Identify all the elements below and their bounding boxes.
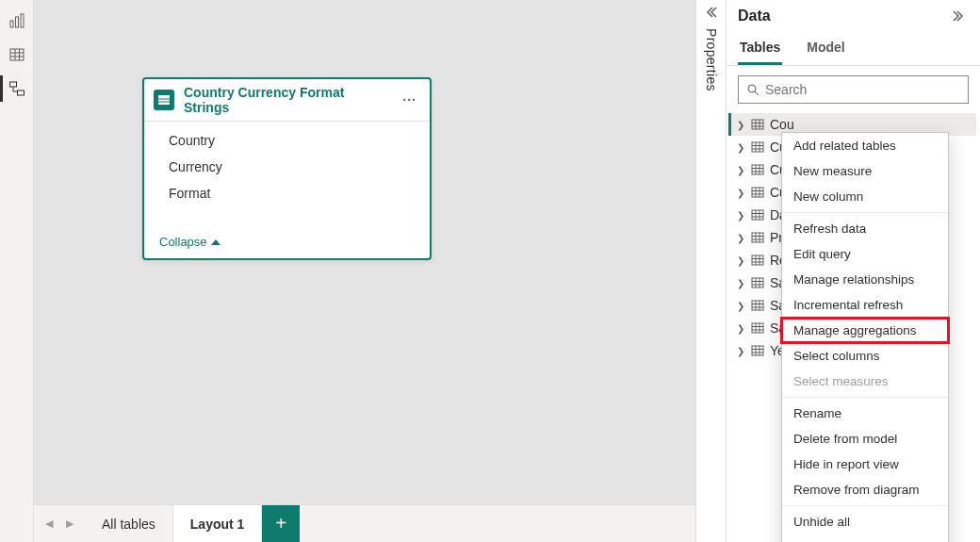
chevron-right-icon[interactable]: ❯ — [736, 278, 745, 288]
svg-rect-31 — [752, 188, 763, 197]
collapse-label: Collapse — [159, 235, 207, 249]
report-view-button[interactable] — [0, 4, 34, 38]
context-menu-item[interactable]: Delete from model — [782, 426, 948, 452]
chevron-right-icon[interactable]: ❯ — [736, 323, 745, 334]
context-menu-item[interactable]: Edit query — [782, 241, 948, 267]
table-card-more-button[interactable]: ··· — [399, 92, 420, 107]
table-icon — [751, 276, 764, 289]
table-icon — [751, 254, 764, 267]
context-menu-item[interactable]: Collapse all — [782, 534, 948, 542]
table-icon — [751, 140, 764, 154]
svg-rect-1 — [15, 17, 18, 27]
table-field[interactable]: Currency — [144, 154, 430, 180]
svg-rect-2 — [21, 14, 24, 27]
context-menu-item[interactable]: Manage aggregations — [782, 318, 948, 343]
context-menu-item[interactable]: Remove from diagram — [782, 477, 948, 502]
svg-rect-16 — [752, 120, 763, 129]
svg-rect-11 — [158, 95, 170, 98]
svg-rect-9 — [17, 90, 24, 95]
table-card-country-currency[interactable]: Country Currency Format Strings ··· Coun… — [142, 77, 432, 260]
chevron-double-left-icon — [705, 6, 718, 19]
search-input[interactable] — [765, 82, 960, 97]
table-card-title: Country Currency Format Strings — [184, 85, 389, 115]
data-pane-expand-button[interactable] — [948, 6, 969, 26]
table-icon — [751, 208, 764, 222]
properties-collapse-button[interactable] — [705, 0, 718, 25]
svg-line-15 — [755, 91, 759, 95]
table-card-header[interactable]: Country Currency Format Strings ··· — [144, 79, 430, 122]
context-menu-item[interactable]: New measure — [782, 158, 948, 184]
context-menu-item[interactable]: Manage relationships — [782, 267, 948, 292]
chevron-right-icon[interactable]: ❯ — [736, 233, 745, 243]
diagram-surface[interactable]: Country Currency Format Strings ··· Coun… — [34, 0, 695, 504]
data-tab-tables[interactable]: Tables — [738, 30, 782, 65]
tab-layout1[interactable]: Layout 1 — [173, 505, 263, 542]
context-menu: Add related tablesNew measureNew columnR… — [781, 132, 949, 542]
svg-rect-51 — [752, 278, 763, 287]
svg-rect-66 — [752, 346, 763, 355]
table-card-collapse-button[interactable]: Collapse — [144, 229, 430, 258]
properties-label[interactable]: Properties — [704, 25, 719, 91]
svg-rect-61 — [752, 323, 763, 333]
chevron-right-icon[interactable]: ❯ — [736, 120, 745, 130]
context-menu-item[interactable]: Select columns — [782, 343, 948, 369]
svg-rect-3 — [10, 49, 24, 60]
model-view-button[interactable] — [0, 72, 34, 106]
context-menu-item[interactable]: Refresh data — [782, 216, 948, 241]
data-search-box[interactable] — [738, 75, 969, 104]
svg-rect-0 — [10, 21, 13, 27]
context-menu-separator — [782, 397, 948, 398]
tab-nav-left[interactable]: ◀ — [41, 514, 57, 534]
tab-add-button[interactable]: + — [262, 505, 300, 542]
left-view-rail — [0, 0, 34, 542]
table-icon — [751, 186, 764, 199]
table-icon — [751, 299, 764, 312]
layout-tab-bar: ◀ ▶ All tables Layout 1 + — [34, 504, 695, 542]
chevron-right-icon[interactable]: ❯ — [736, 210, 745, 221]
chevron-right-icon[interactable]: ❯ — [736, 142, 745, 153]
svg-rect-41 — [752, 233, 763, 242]
table-field[interactable]: Format — [144, 180, 430, 206]
context-menu-item[interactable]: Unhide all — [782, 509, 948, 534]
chevron-right-icon[interactable]: ❯ — [736, 255, 745, 266]
svg-rect-56 — [752, 301, 763, 310]
chevron-double-right-icon — [952, 9, 965, 23]
table-icon — [751, 344, 764, 357]
chevron-right-icon[interactable]: ❯ — [736, 165, 745, 175]
context-menu-item[interactable]: Hide in report view — [782, 452, 948, 477]
table-icon — [751, 321, 764, 335]
svg-rect-8 — [9, 82, 16, 87]
properties-strip: Properties — [695, 0, 726, 542]
chevron-right-icon[interactable]: ❯ — [736, 301, 745, 311]
table-icon — [751, 231, 764, 244]
model-canvas: Country Currency Format Strings ··· Coun… — [34, 0, 695, 542]
table-card-fields: Country Currency Format — [144, 122, 430, 229]
chevron-up-icon — [211, 239, 220, 245]
data-pane-title: Data — [738, 8, 771, 25]
tab-nav-right[interactable]: ▶ — [62, 514, 77, 534]
tree-table-label: Cou — [770, 117, 976, 132]
context-menu-item[interactable]: Add related tables — [782, 133, 948, 158]
chevron-right-icon[interactable]: ❯ — [736, 346, 745, 356]
model-icon — [8, 80, 25, 97]
context-menu-separator — [782, 212, 948, 213]
table-icon — [8, 46, 25, 63]
svg-rect-26 — [752, 165, 763, 174]
context-menu-separator — [782, 505, 948, 506]
search-icon — [746, 83, 760, 96]
chevron-right-icon[interactable]: ❯ — [736, 188, 745, 198]
table-field[interactable]: Country — [144, 127, 430, 154]
svg-rect-36 — [752, 210, 763, 220]
table-card-icon — [154, 90, 174, 110]
svg-rect-46 — [752, 255, 763, 265]
data-view-button[interactable] — [0, 38, 34, 72]
context-menu-item[interactable]: Rename — [782, 401, 948, 426]
table-icon — [751, 118, 764, 131]
bar-chart-icon — [8, 12, 25, 29]
tab-all-tables[interactable]: All tables — [85, 505, 173, 542]
context-menu-item[interactable]: New column — [782, 184, 948, 209]
context-menu-item[interactable]: Incremental refresh — [782, 292, 948, 318]
data-tab-model[interactable]: Model — [805, 30, 846, 65]
context-menu-item: Select measures — [782, 369, 948, 394]
table-icon — [751, 163, 764, 176]
